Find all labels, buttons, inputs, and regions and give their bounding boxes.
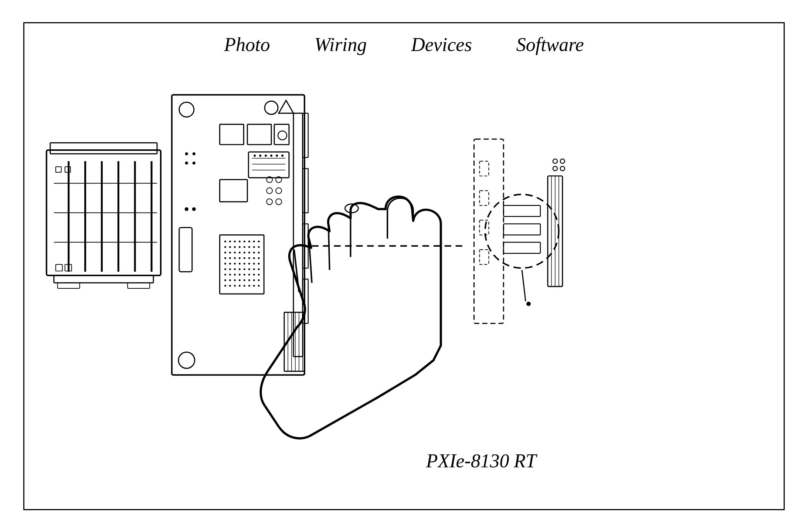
- svg-point-80: [253, 257, 255, 259]
- svg-point-90: [224, 268, 226, 270]
- svg-rect-145: [503, 242, 540, 253]
- svg-point-87: [248, 262, 250, 264]
- svg-point-150: [553, 159, 557, 163]
- svg-point-153: [560, 166, 565, 170]
- svg-marker-21: [279, 100, 293, 113]
- svg-point-35: [281, 155, 284, 157]
- svg-point-33: [270, 155, 272, 157]
- svg-point-22: [278, 131, 287, 140]
- svg-point-99: [229, 274, 231, 275]
- svg-point-19: [179, 102, 194, 117]
- svg-point-97: [258, 268, 260, 270]
- svg-point-91: [229, 268, 231, 270]
- svg-point-44: [276, 187, 282, 193]
- svg-point-86: [244, 262, 245, 264]
- svg-point-54: [244, 240, 245, 242]
- svg-point-34: [276, 155, 278, 157]
- svg-point-154: [526, 301, 531, 306]
- svg-rect-1: [50, 143, 157, 154]
- svg-point-82: [224, 262, 226, 264]
- svg-point-48: [192, 207, 196, 211]
- svg-point-73: [258, 251, 260, 253]
- svg-point-72: [253, 251, 255, 253]
- svg-point-62: [244, 246, 245, 248]
- tab-devices[interactable]: Devices: [411, 34, 472, 55]
- svg-point-96: [253, 268, 255, 270]
- svg-point-64: [253, 246, 255, 248]
- svg-rect-139: [479, 190, 489, 205]
- svg-point-121: [258, 285, 260, 287]
- svg-point-111: [248, 279, 250, 281]
- tab-photo[interactable]: Photo: [224, 34, 270, 55]
- svg-point-117: [239, 285, 241, 287]
- diagram-area: PXIe-8130 RT: [24, 64, 784, 509]
- svg-point-57: [258, 240, 260, 242]
- svg-point-98: [224, 274, 226, 275]
- svg-point-104: [253, 274, 255, 275]
- tab-software[interactable]: Software: [516, 34, 584, 55]
- target-slot: [474, 139, 564, 323]
- svg-point-71: [248, 251, 250, 253]
- svg-point-108: [234, 279, 236, 281]
- svg-point-106: [224, 279, 226, 281]
- svg-point-58: [224, 246, 226, 248]
- svg-point-65: [258, 246, 260, 248]
- svg-point-93: [239, 268, 241, 270]
- tab-wiring[interactable]: Wiring: [315, 34, 367, 55]
- svg-point-100: [234, 274, 236, 275]
- svg-point-107: [229, 279, 231, 281]
- svg-rect-49: [220, 235, 264, 294]
- svg-point-94: [244, 268, 245, 270]
- svg-point-46: [276, 199, 282, 204]
- svg-point-74: [224, 257, 226, 259]
- svg-point-114: [224, 285, 226, 287]
- svg-point-69: [239, 251, 241, 253]
- svg-point-68: [234, 251, 236, 253]
- svg-point-92: [234, 268, 236, 270]
- svg-rect-3: [58, 283, 80, 288]
- svg-rect-137: [474, 139, 503, 323]
- svg-point-78: [244, 257, 245, 259]
- svg-point-85: [239, 262, 241, 264]
- svg-point-52: [234, 240, 236, 242]
- svg-point-113: [258, 279, 260, 281]
- svg-rect-126: [303, 168, 308, 213]
- svg-point-77: [239, 257, 241, 259]
- svg-point-32: [265, 155, 267, 157]
- svg-point-95: [248, 268, 250, 270]
- svg-point-123: [179, 352, 195, 368]
- svg-point-38: [193, 152, 196, 155]
- device-label: PXIe-8130 RT: [426, 450, 537, 471]
- svg-point-105: [258, 274, 260, 275]
- svg-point-37: [185, 161, 188, 164]
- svg-point-20: [265, 101, 278, 114]
- svg-rect-16: [56, 166, 61, 172]
- svg-point-84: [234, 262, 236, 264]
- svg-rect-24: [247, 124, 271, 145]
- svg-point-112: [253, 279, 255, 281]
- svg-rect-14: [56, 264, 62, 271]
- svg-point-83: [229, 262, 231, 264]
- svg-point-60: [234, 246, 236, 248]
- svg-point-101: [239, 274, 241, 275]
- svg-point-152: [553, 166, 557, 170]
- svg-rect-2: [54, 275, 153, 283]
- svg-point-63: [248, 246, 250, 248]
- svg-point-116: [234, 285, 236, 287]
- svg-rect-141: [479, 250, 489, 264]
- svg-rect-23: [220, 124, 244, 145]
- svg-point-88: [253, 262, 255, 264]
- svg-point-79: [248, 257, 250, 259]
- svg-point-119: [248, 285, 250, 287]
- svg-point-36: [185, 152, 188, 155]
- svg-rect-125: [303, 113, 308, 157]
- svg-point-50: [224, 240, 226, 242]
- svg-point-56: [253, 240, 255, 242]
- svg-point-89: [258, 262, 260, 264]
- svg-point-102: [244, 274, 245, 275]
- svg-point-103: [248, 274, 250, 275]
- svg-point-47: [185, 207, 189, 211]
- svg-rect-122: [179, 227, 192, 272]
- svg-point-118: [244, 285, 245, 287]
- pxi-chassis: [47, 143, 161, 288]
